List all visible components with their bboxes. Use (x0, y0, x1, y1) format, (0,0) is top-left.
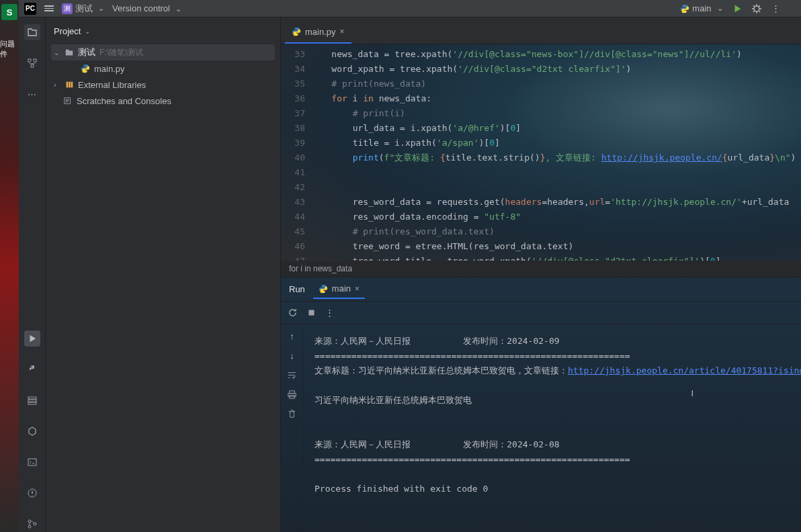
run-config-selector[interactable]: main (680, 3, 722, 13)
services-tool-button[interactable] (24, 392, 40, 408)
svg-point-2 (754, 6, 759, 11)
main-menu-button[interactable] (44, 5, 54, 11)
expand-arrow-icon (54, 81, 60, 89)
rerun-button[interactable] (288, 308, 298, 318)
spreadsheet-app-icon[interactable]: S (0, 3, 19, 21)
hexagon-tool-button[interactable] (24, 423, 40, 439)
svg-point-1 (685, 11, 686, 11)
svg-point-13 (28, 525, 31, 528)
console-output[interactable]: 来源：人民网－人民日报 发布时间：2024-02-09 ============… (304, 324, 801, 532)
python-icon (680, 4, 689, 13)
titlebar: PC 测 测试 Version control main ⋮ (19, 0, 801, 17)
ide-window: PC 测 测试 Version control main ⋮ (19, 0, 801, 532)
git-tool-button[interactable] (24, 516, 40, 532)
svg-point-14 (34, 523, 36, 525)
tree-root[interactable]: 测试 F:\随笔\测试 (51, 44, 275, 60)
more-actions-button[interactable]: ⋮ (771, 3, 780, 13)
up-arrow-icon[interactable]: ↑ (290, 331, 294, 341)
close-run-tab-button[interactable]: × (355, 284, 360, 294)
svg-rect-16 (69, 82, 71, 88)
project-tool-button[interactable] (24, 24, 40, 40)
problems-tool-button[interactable] (24, 485, 40, 501)
trash-button[interactable] (287, 409, 297, 419)
expand-arrow-icon (54, 49, 60, 56)
python-file-icon (292, 27, 301, 36)
svg-point-12 (28, 520, 31, 523)
run-tool-button[interactable] (24, 330, 40, 347)
code-content[interactable]: news_data = tree.xpath('//div[@class="ne… (310, 44, 801, 261)
svg-rect-17 (71, 82, 73, 88)
library-icon (65, 80, 74, 89)
print-button[interactable] (287, 390, 297, 400)
left-tool-rail: ⋯ (19, 17, 46, 532)
svg-rect-5 (34, 59, 36, 62)
vcs-menu[interactable]: Version control (112, 3, 181, 13)
python-console-button[interactable] (24, 361, 40, 378)
folder-icon (65, 48, 74, 57)
tree-external-libs[interactable]: External Libraries (51, 77, 275, 93)
desktop-app-label: 问题件 (0, 39, 19, 59)
svg-rect-19 (308, 310, 314, 315)
svg-point-0 (683, 5, 684, 6)
run-button[interactable] (732, 4, 742, 13)
project-selector[interactable]: 测 测试 (62, 3, 104, 15)
project-name: 测试 (75, 3, 93, 15)
project-panel: Project ⌄ 测试 F:\随笔\测试 main.py External (46, 17, 281, 532)
scratches-icon (63, 96, 73, 105)
tab-main-py[interactable]: main.py × (285, 21, 351, 44)
debug-button[interactable] (751, 3, 762, 14)
editor-breadcrumb[interactable]: for i in news_data (281, 261, 801, 277)
svg-rect-4 (28, 59, 31, 62)
svg-rect-6 (31, 64, 34, 67)
project-tree: 测试 F:\随笔\测试 main.py External Libraries S… (46, 44, 280, 109)
run-panel: Run main × ⋮ (281, 277, 801, 532)
tree-scratches[interactable]: Scratches and Consoles (51, 93, 275, 109)
more-tools-button[interactable]: ⋯ (24, 86, 40, 102)
pycharm-icon[interactable]: PC (24, 3, 36, 15)
soft-wrap-button[interactable] (287, 370, 297, 380)
svg-rect-7 (28, 397, 36, 399)
tree-file-main[interactable]: main.py (51, 60, 275, 77)
editor-tabs: main.py × (281, 17, 801, 44)
down-arrow-icon[interactable]: ↓ (290, 351, 294, 361)
svg-rect-15 (67, 82, 69, 88)
line-gutter: 333435363738394041424344454647 (281, 44, 310, 261)
code-editor[interactable]: 333435363738394041424344454647 news_data… (281, 44, 801, 261)
run-more-button[interactable]: ⋮ (325, 308, 334, 318)
svg-rect-8 (28, 400, 36, 402)
project-panel-header[interactable]: Project ⌄ (46, 17, 280, 44)
run-toolbar: ⋮ (281, 302, 801, 324)
run-panel-tabs: Run main × (281, 277, 801, 302)
stop-button[interactable] (307, 308, 316, 317)
python-icon (319, 284, 328, 294)
svg-rect-10 (28, 459, 36, 466)
project-badge-icon: 测 (62, 3, 73, 14)
run-label: Run (289, 284, 305, 294)
text-cursor-icon: I (691, 388, 693, 398)
python-file-icon (81, 64, 90, 73)
svg-rect-9 (28, 402, 36, 404)
run-left-rail: ↑ ↓ (281, 324, 304, 532)
structure-tool-button[interactable] (24, 55, 40, 71)
run-tab-main[interactable]: main × (313, 280, 365, 299)
editor-area: main.py × 333435363738394041424344454647… (281, 17, 801, 532)
svg-rect-20 (290, 391, 295, 394)
terminal-tool-button[interactable] (24, 454, 40, 470)
close-tab-button[interactable]: × (340, 27, 345, 36)
desktop-taskbar: S 问题件 (0, 0, 19, 532)
